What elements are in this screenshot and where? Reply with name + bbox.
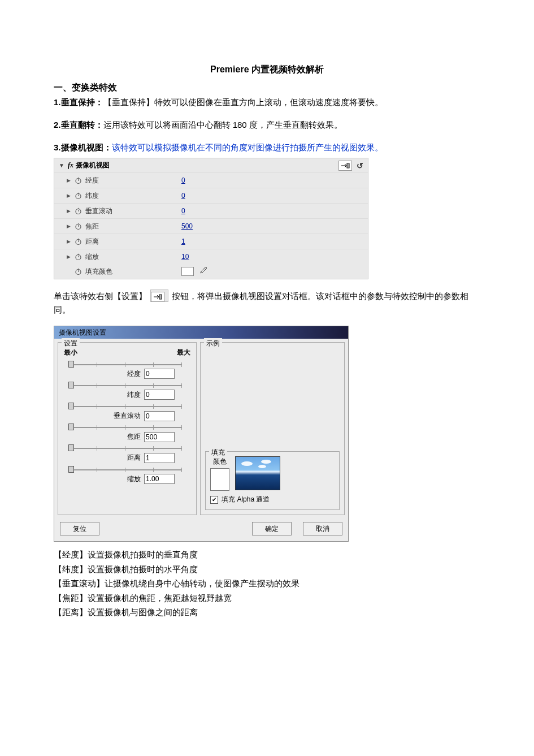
- slider-label-row: 经度: [63, 369, 192, 379]
- item-1: 1.垂直保持：【垂直保持】特效可以使图像在垂直方向上滚动，但滚动速度速度将要快。: [54, 96, 480, 109]
- fill-color-swatch[interactable]: [210, 468, 229, 491]
- cancel-button[interactable]: 取消: [303, 522, 342, 535]
- property-value[interactable]: 0: [181, 206, 185, 217]
- document-page: Premiere 内置视频特效解析 一、变换类特效 1.垂直保持：【垂直保持】特…: [0, 0, 534, 756]
- explain-line: 【纬度】设置摄像机拍摄时的水平角度: [54, 562, 480, 577]
- slider[interactable]: [68, 361, 181, 368]
- slider-input[interactable]: [144, 369, 175, 379]
- stopwatch-icon[interactable]: [75, 253, 82, 261]
- property-value[interactable]: 500: [181, 221, 193, 232]
- minmax-labels: 最小 最大: [63, 346, 192, 358]
- collapse-triangle-icon[interactable]: ▼: [59, 161, 64, 170]
- expand-icon[interactable]: ▶: [67, 192, 71, 200]
- slider-input[interactable]: [144, 453, 175, 463]
- panel-row: ▶纬度0: [54, 188, 368, 204]
- alpha-label: 填充 Alpha 通道: [222, 494, 270, 505]
- item-1-label: 1.垂直保持：: [54, 97, 103, 107]
- explain-line: 【垂直滚动】让摄像机绕自身中心轴转动，使图像产生摆动的效果: [54, 576, 480, 591]
- slider-row: 垂直滚动: [63, 403, 192, 421]
- expand-icon[interactable]: ▶: [67, 237, 71, 245]
- slider-label: 距离: [127, 452, 141, 463]
- preview-thumbnail: [235, 456, 280, 490]
- item-3-text: 该特效可以模拟摄像机在不同的角度对图像进行拍摄所产生的视图效果。: [112, 142, 383, 152]
- reset-icon[interactable]: ↺: [357, 162, 363, 170]
- fill-legend: 填充: [209, 447, 227, 458]
- property-value[interactable]: 0: [181, 191, 185, 201]
- alpha-checkbox[interactable]: ✔: [210, 496, 218, 504]
- property-value[interactable]: 0: [181, 175, 185, 186]
- settings-legend: 设置: [62, 338, 80, 349]
- slider-input[interactable]: [144, 390, 175, 400]
- stopwatch-icon[interactable]: [75, 223, 82, 230]
- property-name: 焦距: [85, 221, 181, 232]
- section-heading: 一、变换类特效: [54, 80, 480, 95]
- slider[interactable]: [68, 403, 181, 409]
- explain-line: 【距离】设置摄像机与图像之间的距离: [54, 605, 480, 620]
- expand-icon[interactable]: ▶: [67, 222, 71, 230]
- property-name: 垂直滚动: [85, 206, 181, 217]
- panel-row: ▶焦距500: [54, 219, 368, 234]
- effect-panel-header[interactable]: ▼ fx 摄像机视图 ↺: [54, 158, 368, 173]
- fx-icon: fx: [68, 160, 73, 171]
- slider-label-row: 缩放: [63, 474, 192, 485]
- panel-row: ▶经度0: [54, 173, 368, 188]
- slider-label: 垂直滚动: [114, 411, 141, 421]
- item-3: 3.摄像机视图：该特效可以模拟摄像机在不同的角度对图像进行拍摄所产生的视图效果。: [54, 141, 480, 154]
- item-2: 2.垂直翻转：运用该特效可以将画面沿中心翻转 180 度，产生垂直翻转效果。: [54, 118, 480, 132]
- stopwatch-icon[interactable]: [75, 268, 82, 275]
- slider-input[interactable]: [144, 474, 175, 484]
- slider[interactable]: [68, 444, 181, 451]
- item-2-text: 运用该特效可以将画面沿中心翻转 180 度，产生垂直翻转效果。: [103, 120, 342, 129]
- ok-button[interactable]: 确定: [252, 522, 292, 535]
- expand-icon[interactable]: ▶: [67, 176, 71, 184]
- slider-input[interactable]: [144, 432, 175, 442]
- property-value[interactable]: 1: [181, 236, 185, 247]
- slider[interactable]: [68, 466, 181, 473]
- slider[interactable]: [68, 424, 181, 430]
- dialog-titlebar[interactable]: 摄像机视图设置: [54, 326, 348, 339]
- fill-color-label: 填充颜色: [85, 266, 181, 277]
- mid-text-a: 单击该特效右侧【设置】: [54, 291, 147, 301]
- property-name: 经度: [85, 175, 181, 186]
- eyedropper-icon[interactable]: [199, 265, 207, 278]
- slider[interactable]: [68, 382, 181, 388]
- explain-line: 【焦距】设置摄像机的焦距，焦距越短视野越宽: [54, 591, 480, 606]
- slider-label-row: 焦距: [63, 431, 192, 442]
- max-label: 最大: [177, 347, 190, 358]
- inline-setup-icon: [150, 290, 168, 302]
- panel-row: ▶距离1: [54, 234, 368, 249]
- slider-label: 经度: [127, 369, 141, 379]
- expand-icon[interactable]: ▶: [67, 253, 71, 261]
- property-name: 距离: [85, 236, 181, 247]
- camera-view-dialog: 摄像机视图设置 设置 最小 最大 经度纬度垂直滚动焦距距离缩放 示例 填充: [54, 326, 349, 542]
- slider-row: 焦距: [63, 424, 192, 442]
- fill-color-column: 颜色: [210, 456, 229, 491]
- expand-icon[interactable]: ▶: [67, 207, 71, 215]
- stopwatch-icon[interactable]: [75, 208, 82, 215]
- setup-icon[interactable]: [338, 161, 352, 171]
- alpha-row: ✔ 填充 Alpha 通道: [210, 494, 335, 505]
- explain-line: 【经度】设置摄像机拍摄时的垂直角度: [54, 547, 480, 562]
- item-2-label: 2.垂直翻转：: [54, 120, 103, 129]
- effect-panel: ▼ fx 摄像机视图 ↺ ▶经度0▶纬度0▶垂直滚动0▶焦距500▶距离1▶缩放…: [54, 158, 368, 279]
- slider-label: 纬度: [127, 390, 141, 400]
- panel-row-fill: 填充颜色: [54, 264, 368, 279]
- example-fieldset: 示例 填充 颜色 ✔ 填充 Alpha: [200, 342, 345, 515]
- slider-label: 焦距: [127, 431, 141, 442]
- slider-row: 纬度: [63, 382, 192, 400]
- property-value[interactable]: 10: [181, 252, 189, 262]
- reset-button[interactable]: 复位: [60, 522, 99, 535]
- stopwatch-icon[interactable]: [75, 238, 82, 245]
- property-name: 缩放: [85, 252, 181, 262]
- stopwatch-icon[interactable]: [75, 177, 82, 184]
- slider-row: 距离: [63, 444, 192, 463]
- stopwatch-icon[interactable]: [75, 192, 82, 200]
- slider-input[interactable]: [144, 411, 175, 421]
- example-legend: 示例: [204, 338, 222, 349]
- slider-label-row: 纬度: [63, 390, 192, 400]
- color-swatch[interactable]: [181, 267, 194, 276]
- effect-name: 摄像机视图: [76, 160, 110, 171]
- slider-label: 缩放: [127, 474, 141, 485]
- slider-row: 缩放: [63, 466, 192, 485]
- mid-paragraph: 单击该特效右侧【设置】 按钮，将弹出摄像机视图设置对话框。该对话框中的参数与特效…: [54, 290, 480, 317]
